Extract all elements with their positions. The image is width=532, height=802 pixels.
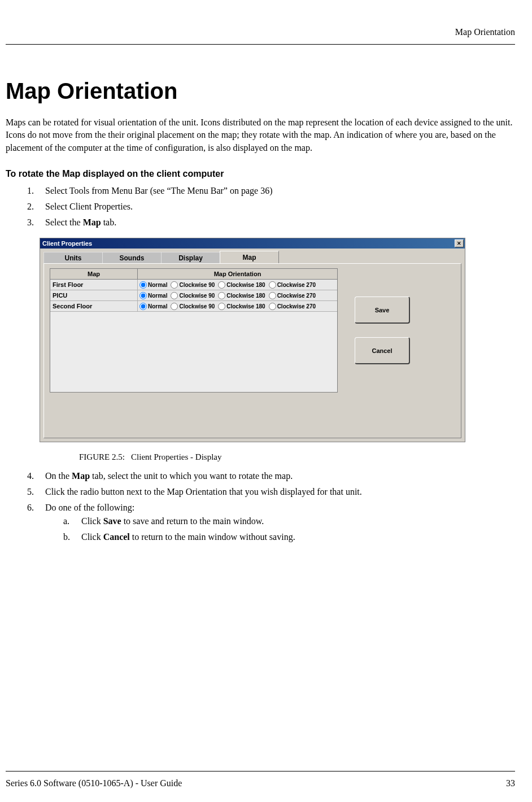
radio-input[interactable]: [269, 292, 276, 299]
radio-normal[interactable]: Normal: [139, 303, 167, 310]
substep-text-bold: Cancel: [103, 532, 130, 542]
radio-cw180[interactable]: Clockwise 180: [218, 303, 265, 310]
step-text: Select Client Properties.: [45, 202, 133, 211]
radio-cw90[interactable]: Clockwise 90: [171, 292, 215, 299]
map-name-cell: PICU: [50, 290, 138, 300]
step-number: 2.: [27, 202, 34, 212]
step-number: 4.: [27, 471, 34, 481]
radio-input[interactable]: [218, 281, 225, 289]
procedure-heading: To rotate the Map displayed on the clien…: [6, 169, 515, 179]
step-list: 1. Select Tools from Menu Bar (see “The …: [6, 186, 515, 228]
step-4: 4. On the Map tab, select the unit to wh…: [27, 471, 515, 481]
radio-cw180[interactable]: Clockwise 180: [218, 281, 265, 289]
table-row[interactable]: Second Floor Normal Clockwise 90 Clockwi…: [50, 301, 337, 312]
cancel-button[interactable]: Cancel: [355, 337, 410, 364]
button-column: Save Cancel: [355, 268, 410, 431]
radio-cw90[interactable]: Clockwise 90: [171, 303, 215, 310]
window-title: Client Properties: [42, 240, 92, 247]
table-header: Map Map Orientation: [50, 269, 337, 280]
substep-text-post: to return to the main window without sav…: [130, 532, 295, 542]
radio-input[interactable]: [171, 281, 178, 289]
footer-rule: [6, 771, 515, 772]
map-name-cell: First Floor: [50, 280, 138, 290]
column-header-map: Map: [50, 269, 138, 279]
close-icon[interactable]: ✕: [455, 239, 464, 247]
radio-input[interactable]: [139, 303, 147, 310]
client-properties-window: Client Properties ✕ Units Sounds Display…: [40, 238, 465, 442]
step-3: 3. Select the Map tab.: [27, 217, 515, 228]
running-header-text: Map Orientation: [455, 27, 515, 37]
tab-units[interactable]: Units: [43, 252, 103, 263]
intro-paragraph: Maps can be rotated for visual orientati…: [6, 116, 515, 154]
step-5: 5. Click the radio button next to the Ma…: [27, 487, 515, 497]
map-table: Map Map Orientation First Floor Normal C…: [50, 268, 338, 393]
radio-input[interactable]: [269, 303, 276, 310]
step-number: 5.: [27, 487, 34, 497]
table-row[interactable]: First Floor Normal Clockwise 90 Clockwis…: [50, 280, 337, 290]
step-text-post: tab.: [101, 217, 117, 227]
orientation-cell: Normal Clockwise 90 Clockwise 180 Clockw…: [138, 291, 337, 300]
substep-b: b. Click Cancel to return to the main wi…: [63, 532, 515, 542]
radio-cw180[interactable]: Clockwise 180: [218, 292, 265, 299]
radio-input[interactable]: [171, 303, 178, 310]
step-text-bold: Map: [83, 217, 101, 227]
column-header-orientation: Map Orientation: [138, 269, 337, 279]
tab-sounds[interactable]: Sounds: [102, 252, 162, 263]
radio-cw270[interactable]: Clockwise 270: [269, 292, 316, 299]
map-name-cell: Second Floor: [50, 301, 138, 311]
titlebar: Client Properties ✕: [40, 238, 465, 249]
step-text-pre: Select the: [45, 217, 83, 227]
footer-left: Series 6.0 Software (0510-1065-A) - User…: [6, 778, 182, 788]
tab-display[interactable]: Display: [161, 252, 220, 263]
figure-caption: FIGURE 2.5: Client Properties - Display: [79, 452, 515, 462]
radio-input[interactable]: [139, 292, 147, 299]
substep-letter: a.: [63, 516, 69, 526]
figure: Client Properties ✕ Units Sounds Display…: [40, 238, 515, 462]
step-text: Click the radio button next to the Map O…: [45, 487, 362, 496]
substep-text-bold: Save: [103, 516, 121, 526]
tabs-row: Units Sounds Display Map: [40, 249, 465, 263]
radio-cw90[interactable]: Clockwise 90: [171, 281, 215, 289]
radio-input[interactable]: [269, 281, 276, 289]
step-list-continued: 4. On the Map tab, select the unit to wh…: [6, 471, 515, 542]
page-content: Map Orientation Maps can be rotated for …: [6, 45, 515, 542]
step-number: 1.: [27, 186, 34, 196]
radio-normal[interactable]: Normal: [139, 292, 167, 299]
substep-text-pre: Click: [81, 532, 103, 542]
step-6: 6. Do one of the following: a. Click Sav…: [27, 503, 515, 542]
running-header: Map Orientation: [6, 0, 515, 37]
orientation-cell: Normal Clockwise 90 Clockwise 180 Clockw…: [138, 280, 337, 290]
substep-text-post: to save and return to the main window.: [121, 516, 264, 526]
radio-normal[interactable]: Normal: [139, 281, 167, 289]
step-text: Do one of the following:: [45, 503, 134, 512]
radio-cw270[interactable]: Clockwise 270: [269, 303, 316, 310]
radio-input[interactable]: [218, 303, 225, 310]
figure-label: FIGURE 2.5:: [79, 452, 125, 461]
orientation-cell: Normal Clockwise 90 Clockwise 180 Clockw…: [138, 302, 337, 311]
radio-cw270[interactable]: Clockwise 270: [269, 281, 316, 289]
page-footer: Series 6.0 Software (0510-1065-A) - User…: [6, 771, 515, 788]
substep-letter: b.: [63, 532, 70, 542]
substep-list: a. Click Save to save and return to the …: [45, 516, 515, 542]
step-2: 2. Select Client Properties.: [27, 202, 515, 212]
footer-page-number: 33: [506, 778, 515, 788]
step-text-bold: Map: [72, 471, 90, 481]
step-number: 6.: [27, 503, 34, 513]
step-text-pre: On the: [45, 471, 72, 481]
radio-input[interactable]: [171, 292, 178, 299]
figure-caption-text: Client Properties - Display: [131, 452, 221, 461]
step-number: 3.: [27, 217, 34, 228]
save-button[interactable]: Save: [355, 297, 410, 324]
step-text: Select Tools from Menu Bar (see “The Men…: [45, 186, 272, 195]
step-text-post: tab, select the unit to which you want t…: [90, 471, 293, 481]
tab-panel: Map Map Orientation First Floor Normal C…: [43, 263, 461, 438]
step-1: 1. Select Tools from Menu Bar (see “The …: [27, 186, 515, 196]
substep-text-pre: Click: [81, 516, 103, 526]
radio-input[interactable]: [139, 281, 147, 289]
substep-a: a. Click Save to save and return to the …: [63, 516, 515, 526]
table-row[interactable]: PICU Normal Clockwise 90 Clockwise 180 C…: [50, 290, 337, 301]
footer-row: Series 6.0 Software (0510-1065-A) - User…: [6, 778, 515, 788]
radio-input[interactable]: [218, 292, 225, 299]
page-title: Map Orientation: [6, 79, 515, 104]
tab-map[interactable]: Map: [220, 251, 279, 263]
